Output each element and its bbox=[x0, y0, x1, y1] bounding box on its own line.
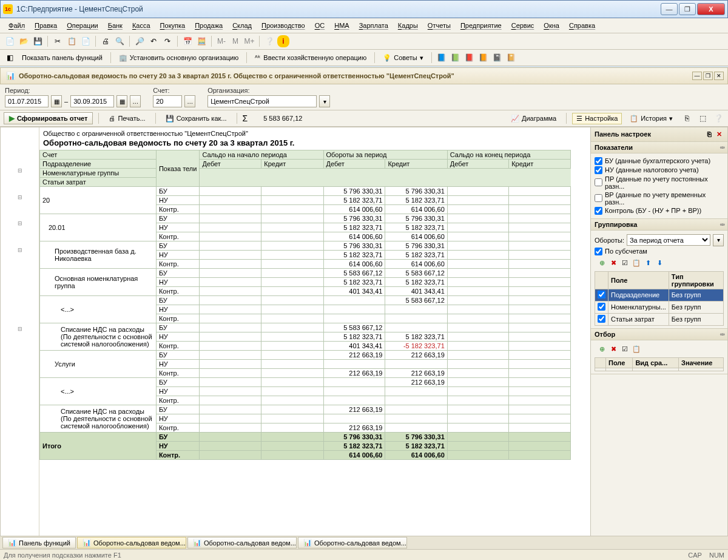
find-icon[interactable]: 🔎 bbox=[133, 35, 146, 47]
report-row[interactable]: <...>БУ212 663,19 bbox=[40, 378, 571, 387]
by-subaccounts-checkbox[interactable] bbox=[595, 248, 602, 255]
report-view[interactable]: Общество с ограниченной ответственностью… bbox=[39, 127, 590, 560]
filter-table[interactable]: ПолеВид сра...Значение bbox=[595, 357, 724, 371]
misc-icon-4[interactable]: 📙 bbox=[477, 52, 490, 64]
add-row-icon[interactable]: ⊕ bbox=[597, 258, 607, 268]
misc-icon-2[interactable]: 📗 bbox=[450, 52, 462, 64]
indicator-checkbox-1[interactable] bbox=[595, 166, 602, 174]
indicator-checkbox-3[interactable] bbox=[595, 194, 602, 202]
help-icon[interactable]: ❔ bbox=[263, 35, 275, 47]
print-icon[interactable]: 🖨 bbox=[99, 35, 112, 47]
open-icon[interactable]: 📂 bbox=[18, 35, 30, 47]
window-tab[interactable]: 📊Панель функций bbox=[2, 537, 76, 548]
menu-сервис[interactable]: Сервис bbox=[508, 21, 538, 30]
org-dropdown-icon[interactable]: ▾ bbox=[319, 95, 330, 107]
maximize-button[interactable]: ❐ bbox=[679, 3, 696, 15]
turnover-select[interactable]: За период отчета bbox=[627, 234, 710, 246]
calendar-icon[interactable]: 📅 bbox=[181, 35, 194, 47]
menu-ос[interactable]: ОС bbox=[311, 21, 329, 30]
account-input[interactable] bbox=[153, 95, 182, 107]
sub-close-button[interactable]: ✕ bbox=[714, 72, 724, 80]
filter-add-icon[interactable]: ⊕ bbox=[597, 345, 607, 354]
redo-icon[interactable]: ↷ bbox=[161, 35, 174, 47]
outline-gutter[interactable]: ⊟ ⊟ ⊟ ⊟ ⊟ bbox=[1, 127, 39, 560]
indicators-header[interactable]: Показатели« » bbox=[591, 142, 727, 153]
paste-icon[interactable]: 📄 bbox=[79, 35, 92, 47]
save-as-button[interactable]: 💾 Сохранить как... bbox=[161, 113, 231, 124]
move-up-icon[interactable]: ⬆ bbox=[643, 258, 653, 268]
grouping-row-check-2[interactable] bbox=[598, 315, 605, 323]
grouping-table[interactable]: ПолеТип группировки ПодразделениеБез гру… bbox=[595, 271, 724, 326]
menu-банк[interactable]: Банк bbox=[104, 21, 126, 30]
window-tab[interactable]: 📊Оборотно-сальдовая ведом... bbox=[187, 537, 297, 548]
date-from-picker-icon[interactable]: ▦ bbox=[51, 95, 62, 107]
misc-icon-5[interactable]: 📓 bbox=[491, 52, 504, 64]
turnover-dropdown-icon[interactable]: ▾ bbox=[713, 234, 724, 246]
grouping-row[interactable]: ПодразделениеБез групп bbox=[595, 289, 724, 301]
report-row[interactable]: 20.01БУ5 796 330,315 796 330,31 bbox=[40, 214, 571, 223]
chart-button[interactable]: 📈 Диаграмма bbox=[507, 113, 561, 124]
report-row[interactable]: Основная номенклатурная группаБУ5 583 66… bbox=[40, 269, 571, 278]
menu-покупка[interactable]: Покупка bbox=[157, 21, 189, 30]
m-icon[interactable]: M bbox=[229, 35, 241, 47]
menu-производство[interactable]: Производство bbox=[258, 21, 309, 30]
menu-правка[interactable]: Правка bbox=[31, 21, 61, 30]
move-down-icon[interactable]: ⬇ bbox=[655, 258, 664, 268]
help-icon-2[interactable]: ❔ bbox=[712, 112, 724, 124]
close-button[interactable]: X bbox=[697, 3, 725, 15]
calc-icon[interactable]: 🧮 bbox=[195, 35, 207, 47]
run-report-button[interactable]: ▶Сформировать отчет bbox=[4, 112, 93, 124]
menu-операции[interactable]: Операции bbox=[63, 21, 101, 30]
window-tab[interactable]: 📊Оборотно-сальдовая ведом... bbox=[77, 537, 186, 548]
filter-copy-icon[interactable]: 📋 bbox=[632, 345, 641, 354]
preview-icon[interactable]: 🔍 bbox=[113, 35, 126, 47]
menu-файл[interactable]: Файл bbox=[5, 21, 29, 30]
minimize-button[interactable]: — bbox=[661, 3, 678, 15]
new-icon[interactable]: 📄 bbox=[4, 35, 16, 47]
panel-pin-icon[interactable]: ⎘ bbox=[704, 129, 714, 139]
settings-toggle-button[interactable]: ☰ Настройка bbox=[572, 113, 622, 124]
grouping-row[interactable]: Статьи затратБез групп bbox=[595, 313, 724, 325]
menu-кадры[interactable]: Кадры bbox=[394, 21, 422, 30]
misc-icon-1[interactable]: 📘 bbox=[436, 52, 448, 64]
enter-operation-button[interactable]: ᴬᵏ Ввести хозяйственную операцию bbox=[251, 52, 371, 64]
grouping-row-check-0[interactable] bbox=[598, 291, 605, 299]
set-main-org-button[interactable]: 🏢 Установить основную организацию bbox=[115, 52, 243, 64]
indicator-checkbox-0[interactable] bbox=[595, 157, 602, 165]
sub-max-button[interactable]: ❐ bbox=[703, 72, 713, 80]
delete-row-icon[interactable]: ✖ bbox=[608, 258, 618, 268]
misc-icon-6[interactable]: 📔 bbox=[505, 52, 517, 64]
indicator-checkbox-4[interactable] bbox=[595, 207, 602, 215]
org-input[interactable] bbox=[207, 95, 317, 107]
cut-icon[interactable]: ✂ bbox=[52, 35, 64, 47]
report-row[interactable]: Производственная база д. НиколаевкаБУ5 7… bbox=[40, 241, 571, 251]
extra-icon-2[interactable]: ⬚ bbox=[696, 112, 709, 124]
indicator-checkbox-2[interactable] bbox=[595, 178, 602, 186]
edit-row-icon[interactable]: ☑ bbox=[620, 258, 630, 268]
menu-продажа[interactable]: Продажа bbox=[191, 21, 226, 30]
m-minus-icon[interactable]: M- bbox=[215, 35, 228, 47]
panel-toggle-icon[interactable]: ◧ bbox=[4, 52, 16, 64]
history-button[interactable]: 📋 История ▾ bbox=[625, 113, 677, 124]
extra-icon-1[interactable]: ⎘ bbox=[681, 112, 693, 124]
tips-button[interactable]: 💡 Советы ▾ bbox=[379, 52, 427, 64]
panel-close-icon[interactable]: ✕ bbox=[714, 130, 724, 140]
filter-edit-icon[interactable]: ☑ bbox=[620, 345, 630, 354]
report-row[interactable]: 20БУ5 796 330,315 796 330,31 bbox=[40, 187, 571, 196]
menu-окна[interactable]: Окна bbox=[540, 21, 563, 30]
report-row[interactable]: Списание НДС на расходы (По деятельности… bbox=[40, 405, 571, 414]
date-from-input[interactable] bbox=[5, 95, 49, 107]
window-tab[interactable]: 📊Оборотно-сальдовая ведом... bbox=[298, 537, 407, 548]
account-ellipsis-icon[interactable]: … bbox=[184, 95, 195, 107]
filter-delete-icon[interactable]: ✖ bbox=[608, 345, 618, 354]
grouping-header[interactable]: Группировка« » bbox=[591, 219, 727, 231]
menu-касса[interactable]: Касса bbox=[129, 21, 154, 30]
menu-склад[interactable]: Склад bbox=[229, 21, 255, 30]
save-icon[interactable]: 💾 bbox=[32, 35, 44, 47]
sub-min-button[interactable]: — bbox=[692, 72, 702, 80]
undo-icon[interactable]: ↶ bbox=[147, 35, 160, 47]
m-plus-icon[interactable]: M+ bbox=[243, 35, 255, 47]
info-icon[interactable]: i bbox=[277, 35, 289, 47]
date-to-input[interactable] bbox=[70, 95, 114, 107]
report-row[interactable]: УслугиБУ212 663,19212 663,19 bbox=[40, 351, 571, 360]
